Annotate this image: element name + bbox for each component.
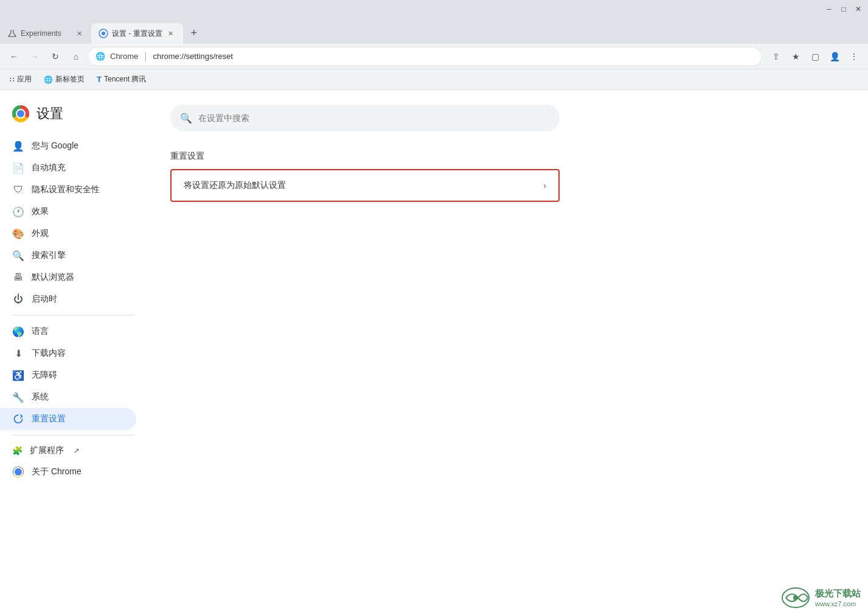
settings-logo: 设置 — [0, 100, 146, 135]
bookmark-newtab[interactable]: 🌐 新标签页 — [39, 72, 89, 87]
nav-right-buttons: ⇧ ★ ▢ 👤 ⋮ — [767, 47, 863, 66]
sidebar-item-language[interactable]: 🌎 语言 — [0, 320, 136, 342]
watermark: 极光下载站 www.xz7.com — [781, 587, 861, 609]
sidebar-item-google[interactable]: 👤 您与 Google — [0, 135, 136, 157]
external-link-icon: ➚ — [74, 446, 80, 455]
chrome-logo-icon — [12, 105, 29, 122]
sidebar-item-autofill[interactable]: 📄 自动填充 — [0, 157, 136, 179]
sidebar-item-system-label: 系统 — [32, 392, 49, 403]
share-button[interactable]: ⇧ — [767, 47, 785, 66]
puzzle-icon: 🧩 — [12, 446, 23, 455]
nav-bar: ← → ↻ ⌂ 🌐 Chrome | chrome://settings/res… — [0, 44, 868, 69]
sidebar-item-extensions[interactable]: 🧩 扩展程序 ➚ — [0, 440, 136, 461]
globe2-icon: 🌎 — [12, 325, 24, 337]
globe-icon: 🌐 — [95, 52, 105, 61]
sidebar-divider-2 — [12, 435, 134, 435]
sidebar-item-appearance-label: 外观 — [32, 228, 49, 239]
sidebar-item-browser-label: 默认浏览器 — [32, 272, 74, 283]
home-button[interactable]: ⌂ — [67, 47, 85, 66]
close-button[interactable]: ✕ — [853, 4, 863, 14]
sidebar-item-accessibility[interactable]: ♿ 无障碍 — [0, 364, 136, 386]
sidebar-item-startup[interactable]: ⏻ 启动时 — [0, 288, 136, 310]
new-tab-button[interactable]: + — [186, 24, 203, 41]
sidebar-item-about[interactable]: 关于 Chrome — [0, 461, 136, 483]
book-icon: 📄 — [12, 162, 24, 174]
bookmark-newtab-label: 新标签页 — [55, 74, 85, 85]
bookmark-button[interactable]: ★ — [786, 47, 805, 66]
sidebar-item-downloads-label: 下载内容 — [32, 348, 66, 359]
sidebar-item-appearance[interactable]: 🎨 外观 — [0, 223, 136, 244]
title-bar: – □ ✕ — [0, 0, 868, 18]
tab-search-button[interactable]: ▢ — [806, 47, 824, 66]
refresh-button[interactable]: ↻ — [46, 47, 64, 66]
sidebar-item-language-label: 语言 — [32, 326, 49, 337]
search-bar-icon: 🔍 — [180, 112, 192, 124]
back-button[interactable]: ← — [5, 47, 23, 66]
settings-page: 设置 👤 您与 Google 📄 自动填充 🛡 隐私设置和安全性 🕐 效果 🎨 … — [0, 90, 868, 616]
more-button[interactable]: ⋮ — [845, 47, 863, 66]
tab-settings-close[interactable]: ✕ — [166, 29, 176, 38]
bookmark-tencent-label: Tencent 腾讯 — [104, 74, 146, 85]
sidebar: 设置 👤 您与 Google 📄 自动填充 🛡 隐私设置和安全性 🕐 效果 🎨 … — [0, 90, 146, 616]
address-url: chrome://settings/reset — [153, 52, 233, 61]
reset-option-text: 将设置还原为原始默认设置 — [184, 180, 286, 191]
bookmark-apps[interactable]: ∷ 应用 — [5, 72, 36, 87]
tencent-icon: T — [97, 75, 102, 84]
reset-option-arrow-icon: › — [543, 181, 546, 190]
settings-title: 设置 — [36, 105, 63, 123]
maximize-button[interactable]: □ — [839, 4, 849, 14]
sidebar-item-reset[interactable]: 重置设置 — [0, 408, 136, 430]
person-icon: 👤 — [12, 140, 24, 152]
sidebar-item-startup-label: 启动时 — [32, 294, 57, 305]
apps-icon: ∷ — [10, 75, 15, 84]
reset-icon — [12, 413, 24, 425]
search-bar-wrap[interactable]: 🔍 — [170, 105, 560, 131]
tab-experiments-close[interactable]: ✕ — [74, 29, 84, 38]
palette-icon: 🎨 — [12, 227, 24, 240]
reset-option[interactable]: 将设置还原为原始默认设置 › — [170, 169, 560, 202]
bookmark-apps-label: 应用 — [17, 74, 32, 85]
section-title: 重置设置 — [170, 151, 844, 162]
address-separator: | — [144, 51, 147, 62]
address-bar[interactable]: 🌐 Chrome | chrome://settings/reset — [88, 47, 762, 66]
settings-tab-icon — [99, 29, 108, 38]
search-input[interactable] — [198, 113, 550, 123]
newtab-icon: 🌐 — [44, 75, 53, 84]
sidebar-item-extensions-label: 扩展程序 — [30, 445, 64, 456]
tab-settings-reset-label: 设置 - 重置设置 — [112, 29, 162, 39]
sidebar-item-autofill-label: 自动填充 — [32, 162, 66, 173]
search-icon: 🔍 — [12, 249, 24, 261]
clock-icon: 🕐 — [12, 206, 24, 218]
svg-point-1 — [102, 32, 105, 35]
shield-icon: 🛡 — [12, 184, 24, 196]
download-icon: ⬇ — [12, 347, 24, 359]
minimize-button[interactable]: – — [824, 4, 834, 14]
sidebar-item-search[interactable]: 🔍 搜索引擎 — [0, 244, 136, 266]
bookmarks-bar: ∷ 应用 🌐 新标签页 T Tencent 腾讯 — [0, 69, 868, 90]
sidebar-item-reset-label: 重置设置 — [32, 414, 66, 424]
accessibility-icon: ♿ — [12, 369, 24, 381]
sidebar-item-downloads[interactable]: ⬇ 下载内容 — [0, 342, 136, 364]
tab-experiments[interactable]: Experiments ✕ — [0, 23, 91, 44]
address-brand: Chrome — [110, 52, 138, 61]
forward-button[interactable]: → — [26, 47, 44, 66]
sidebar-item-privacy-label: 隐私设置和安全性 — [32, 184, 100, 195]
sidebar-item-accessibility-label: 无障碍 — [32, 370, 57, 381]
tab-experiments-label: Experiments — [21, 29, 61, 38]
sidebar-item-performance[interactable]: 🕐 效果 — [0, 201, 136, 223]
sidebar-item-google-label: 您与 Google — [32, 140, 78, 151]
sidebar-item-system[interactable]: 🔧 系统 — [0, 386, 136, 408]
main-content: 🔍 重置设置 将设置还原为原始默认设置 › — [146, 90, 868, 616]
bookmark-tencent[interactable]: T Tencent 腾讯 — [92, 72, 151, 87]
monitor-icon: 🖶 — [12, 271, 24, 283]
watermark-brand-bottom: www.xz7.com — [815, 600, 861, 608]
tab-settings-reset[interactable]: 设置 - 重置设置 ✕ — [91, 23, 183, 44]
sidebar-item-about-label: 关于 Chrome — [32, 466, 82, 477]
sidebar-divider-1 — [12, 315, 134, 316]
power-icon: ⏻ — [12, 293, 24, 305]
sidebar-item-browser[interactable]: 🖶 默认浏览器 — [0, 266, 136, 288]
sidebar-item-search-label: 搜索引擎 — [32, 250, 66, 261]
profile-button[interactable]: 👤 — [825, 47, 844, 66]
svg-point-3 — [793, 595, 798, 600]
sidebar-item-privacy[interactable]: 🛡 隐私设置和安全性 — [0, 179, 136, 201]
